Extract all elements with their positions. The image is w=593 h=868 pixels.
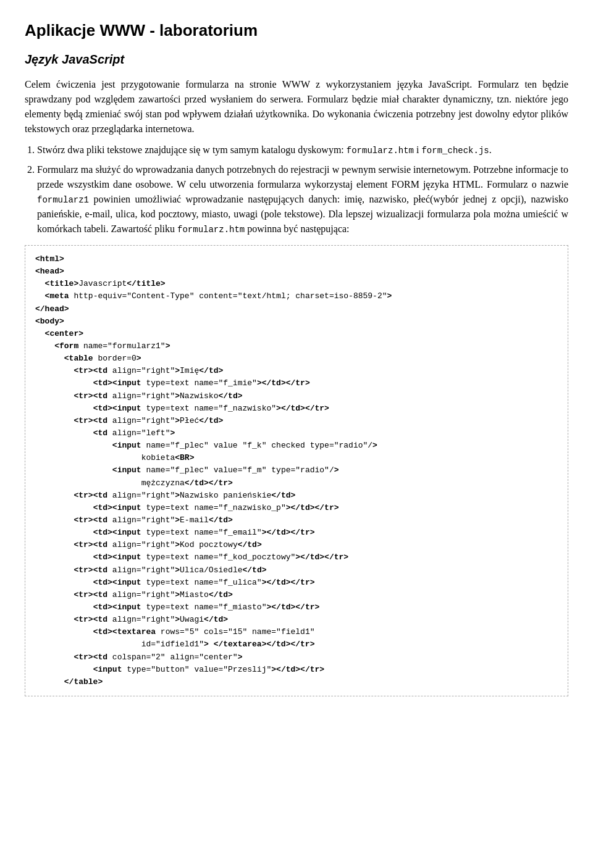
- form-name-code: formularz1: [37, 195, 89, 205]
- code-block: <html> <head> <title>Javascript</title> …: [25, 245, 568, 696]
- filename-formularz-htm: formularz.htm: [177, 225, 245, 235]
- intro-paragraph: Celem ćwiczenia jest przygotowanie formu…: [25, 77, 568, 136]
- task-item-2: Formularz ma służyć do wprowadzania dany…: [37, 162, 568, 236]
- page-title: Aplikacje WWW - laboratorium: [25, 19, 568, 43]
- filename-formcheck: form_check.js: [421, 146, 489, 156]
- filename-formularz: formularz.htm: [347, 146, 414, 156]
- page-subtitle: Język JavaScript: [25, 50, 568, 69]
- task-list: Stwórz dwa pliki tekstowe znajdujące się…: [37, 143, 568, 236]
- task-item-1: Stwórz dwa pliki tekstowe znajdujące się…: [37, 143, 568, 157]
